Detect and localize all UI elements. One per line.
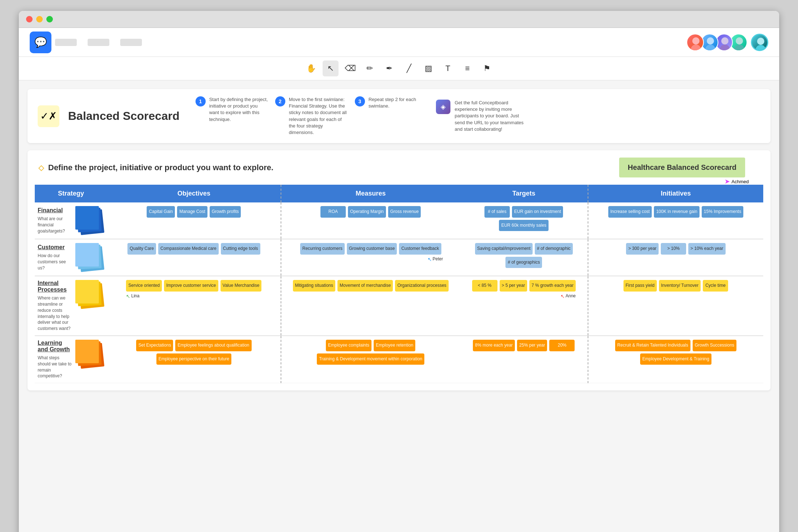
objectives-internal: Service oriented ↖ Lina Improve customer…: [107, 276, 281, 336]
card-300-per-year: > 300 per year: [626, 243, 659, 255]
card-15pct: 15% Improvements: [702, 206, 743, 218]
card-improve-customer: Improve customer service: [164, 280, 218, 292]
targets-financial: # of sales EUR gain on investment EUR 60…: [460, 202, 588, 239]
app-window: 💬: [19, 11, 779, 532]
header-targets: Targets: [460, 185, 588, 202]
hand-tool[interactable]: ✋: [303, 60, 319, 76]
card-10pct-each-year: > 10% each year: [688, 243, 725, 255]
intro-steps: 1 Start by defining the project, initiat…: [196, 96, 427, 136]
step-num-1: 1: [196, 96, 206, 106]
comment-tool[interactable]: ⚑: [479, 60, 495, 76]
toolbar-left: 💬: [30, 32, 142, 53]
scorecard-table: Strategy Objectives Measures Targets Ini…: [35, 185, 763, 383]
step-text-1: Start by defining the project, initiativ…: [209, 96, 268, 123]
project-name: Healthcare Balanced Scorecard: [628, 163, 736, 171]
card-10pct: > 10%: [661, 243, 686, 255]
card-recruit-retain: Recruit & Retain Talented Individuals: [615, 340, 690, 351]
svg-point-4: [721, 37, 728, 45]
achmed-arrow-icon: ➤: [724, 177, 730, 185]
main-toolbar: 💬: [19, 28, 779, 57]
define-text: ◇ Define the project, initiative or prod…: [38, 163, 273, 172]
define-label: Define the project, initiative or produc…: [48, 163, 273, 172]
svg-point-0: [692, 37, 700, 45]
svg-point-6: [736, 37, 743, 45]
card-first-pass: First pass yield: [623, 280, 657, 292]
strategy-desc-financial: What are our financial goals/targets?: [38, 216, 72, 234]
avatar-1[interactable]: [686, 34, 704, 51]
initiatives-financial: Increase selling cost 100K in revenue ga…: [588, 202, 763, 239]
text-tool[interactable]: T: [440, 60, 456, 76]
card-employee-feelings: Employee feelings about qualification: [175, 340, 251, 351]
card-training: Training & Development movement within c…: [317, 353, 424, 365]
card-100k-revenue: 100K in revenue gain: [654, 206, 699, 218]
titlebar: [19, 11, 779, 28]
nav-item-2[interactable]: [88, 39, 109, 46]
intro-card: ✓✗ Balanced Scorecard 1 Start by definin…: [28, 89, 770, 143]
tip-icon: ◈: [436, 100, 450, 114]
card-8pct-more: 8% more each year: [473, 340, 515, 351]
maximize-btn[interactable]: [46, 16, 53, 22]
strategy-title-customer: Customer: [38, 244, 72, 251]
healthcare-card: Healthcare Balanced Scorecard: [619, 158, 745, 177]
objectives-growth: Set Expectations Employee feelings about…: [107, 336, 281, 383]
measures-growth: Employee complaints Employee retention T…: [281, 336, 460, 383]
strategy-title-internal: Internal Processes: [38, 280, 72, 293]
card-cycle-time: Cycle time: [703, 280, 728, 292]
card-organizational: Organizational processes: [395, 280, 448, 292]
tools-bar: ✋ ↖ ⌫ ✏ ✒ ╱ ▨ T ≡ ⚑: [19, 57, 779, 80]
nav-item-1[interactable]: [55, 39, 77, 46]
card-manage-cost: Manage Cost: [177, 206, 207, 218]
line-tool[interactable]: ╱: [401, 60, 417, 76]
strategy-internal: Internal Processes Where can we streamli…: [35, 276, 107, 336]
measures-customer: Recurring customers Growing customer bas…: [281, 239, 460, 276]
card-employee-retention: Employee retention: [374, 340, 415, 351]
svg-point-5: [720, 45, 730, 51]
card-growth-successions: Growth Successions: [693, 340, 736, 351]
card-employee-dev: Employee Development & Training: [640, 353, 711, 365]
svg-point-3: [705, 45, 715, 51]
svg-point-8: [757, 38, 764, 45]
tip-text: Get the full Conceptboard experience by …: [455, 100, 530, 133]
strategy-title-financial: Financial: [38, 207, 72, 214]
eraser-tool[interactable]: ⌫: [342, 60, 358, 76]
card-inventory: Inventory/ Turnover: [659, 280, 701, 292]
card-eur-60k: EUR 60k monthly sales: [499, 220, 549, 231]
step-text-2: Move to the first swimlane: Financial St…: [289, 96, 348, 136]
svg-point-7: [734, 45, 744, 51]
card-5-per-year: > 5 per year: [500, 280, 527, 292]
shape-tool[interactable]: ▨: [420, 60, 436, 76]
intro-step-2: 2 Move to the first swimlane: Financial …: [275, 96, 348, 136]
step-num-2: 2: [275, 96, 285, 106]
app-logo: 💬: [30, 32, 51, 53]
card-roa: ROA: [320, 206, 346, 218]
strategy-desc-customer: How do our customers see us?: [38, 253, 72, 271]
table-row-customer: Customer How do our customers see us?: [35, 239, 763, 276]
user-avatar[interactable]: [751, 34, 768, 51]
scorecard-section: ◇ Define the project, initiative or prod…: [28, 150, 770, 390]
header-strategy: Strategy: [35, 185, 107, 202]
card-num-sales: # of sales: [484, 206, 510, 218]
card-num-geo: # of geographics: [505, 257, 542, 268]
cursor-tool[interactable]: ↖: [323, 60, 339, 76]
table-header-row: Strategy Objectives Measures Targets Ini…: [35, 185, 763, 202]
sticky-tool[interactable]: ≡: [459, 60, 475, 76]
measures-internal: Mitigating situations Movement of mercha…: [281, 276, 460, 336]
card-mitigating: Mitigating situations: [293, 280, 335, 292]
close-btn[interactable]: [26, 16, 33, 22]
intro-step-3: 3 Repeat step 2 for each swimlane.: [355, 96, 427, 136]
nav-item-3[interactable]: [120, 39, 142, 46]
card-compassionate: Compassionate Medical care: [158, 243, 219, 255]
card-customer-feedback: Customer feedback ↖ Peter: [399, 243, 441, 255]
marker-tool[interactable]: ✒: [381, 60, 397, 76]
pen-tool[interactable]: ✏: [362, 60, 378, 76]
strategy-desc-internal: Where can we streamline or reduce costs …: [38, 295, 72, 332]
strategy-growth: Learning and Growth What steps should we…: [35, 336, 107, 383]
toolbar-right: [686, 34, 768, 51]
minimize-btn[interactable]: [36, 16, 43, 22]
initiatives-growth: Recruit & Retain Talented Individuals Gr…: [588, 336, 763, 383]
card-growth-profits: Growth profits: [210, 206, 241, 218]
strategy-title-growth: Learning and Growth: [38, 340, 72, 353]
table-row-financial: Financial What are our financial goals/t…: [35, 202, 763, 239]
card-25pct: 25% per year: [517, 340, 547, 351]
card-7pct-growth: 7 % growth each year ↖ Anne: [529, 280, 576, 292]
